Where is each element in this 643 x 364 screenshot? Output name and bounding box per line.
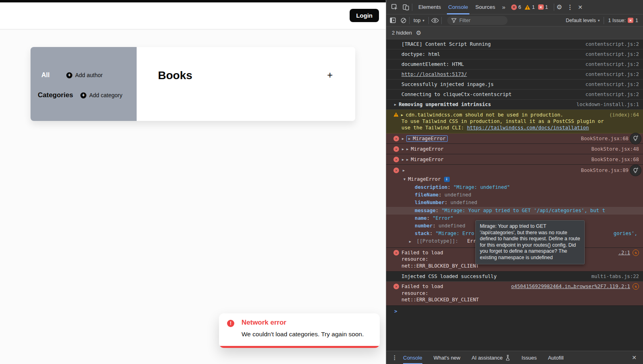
source-link[interactable]: contentscript.js:2 [582,51,639,57]
filter-box[interactable] [447,16,508,25]
source-link[interactable]: lockdown-install.js:1 [573,102,639,107]
console-log-row: ▶ Removing unpermitted intrinsics lockdo… [386,100,643,110]
close-drawer-icon[interactable]: ✕ [632,354,637,361]
network-initiator-icon[interactable]: ⇅ [633,283,639,290]
expand-triangle-icon[interactable]: ▶ [406,147,408,151]
warning-count[interactable]: 1 [532,4,535,10]
separator: : [438,192,444,198]
tab-console[interactable]: Console [444,0,472,14]
error-count[interactable]: 6 [518,4,521,10]
log-text: Injected CSS loaded successfully [401,274,497,279]
request-source-link[interactable]: .2:1 [618,249,630,256]
add-author-label: Add author [75,72,103,78]
source-link[interactable]: (index):64 [606,112,639,118]
tab-elements[interactable]: Elements [415,0,444,14]
bookstore-app: Login All + Add author Categories + Add … [0,0,386,364]
source-link[interactable]: contentscript.js:2 [582,92,639,97]
error-exclamation-icon: ! [227,320,234,327]
tailwind-docs-link[interactable]: https://tailwindcss.com/docs/installatio… [467,125,589,131]
inspect-element-icon[interactable] [391,4,398,11]
error-label: MirageError [411,146,443,152]
log-text: Removing unpermitted intrinsics [399,102,491,107]
more-tabs-icon[interactable]: » [502,4,505,10]
source-link[interactable]: multi-tabs.js:22 [588,274,639,279]
warning-text: To use Tailwind CSS in production, insta… [401,118,639,125]
issue-count[interactable]: 1 [545,4,548,10]
execution-context-selector[interactable]: top ▾ [414,18,424,23]
kebab-menu-icon[interactable]: ⋮ [567,4,573,11]
filter-all-button[interactable]: All [41,72,49,79]
drawer-tab-whats-new[interactable]: What's new [434,351,461,364]
property-value-end: gories', [614,230,643,237]
drawer-tab-console[interactable]: Console [403,351,422,364]
info-badge-icon[interactable]: i [444,177,450,182]
network-initiator-icon[interactable]: ⇅ [633,249,639,256]
login-button[interactable]: Login [350,9,379,22]
expand-triangle-icon[interactable]: ▶ [406,157,408,162]
drawer-tab-issues[interactable]: Issues [522,351,537,364]
expand-triangle-icon[interactable]: ▶ [401,112,403,118]
source-link[interactable]: BookStore.jsx:48 [588,146,639,152]
expand-triangle-icon[interactable]: ▶ [409,239,411,243]
expand-triangle-icon[interactable]: ▶ [402,137,404,141]
clear-console-icon[interactable] [400,17,407,24]
divider [428,17,429,24]
property-key: number [415,223,432,229]
filter-input[interactable] [459,18,500,23]
console-sidebar-icon[interactable] [389,17,396,24]
page-title: Books [158,69,192,82]
close-devtools-icon[interactable]: ✕ [578,4,583,10]
error-label: MirageError [413,136,445,141]
collapse-triangle-icon[interactable]: ▼ [403,175,405,184]
settings-gear-icon[interactable]: ⚙ [416,29,421,37]
divider [554,4,554,11]
issues-counter[interactable]: 1 Issue: ✕ 1 [608,18,638,23]
console-prompt[interactable]: > [386,306,643,317]
ai-explain-lightbulb-icon[interactable] [630,165,641,176]
property-value: "Mirage: Erro [436,231,474,236]
error-object-title: MirageError [408,175,440,184]
object-property-row-selected[interactable]: message: "Mirage: Your app tried to GET … [386,207,643,215]
add-category-button[interactable]: + Add category [80,92,123,98]
expand-triangle-icon[interactable]: ▶ [402,147,404,151]
add-author-button[interactable]: + Add author [66,72,103,78]
prompt-chevron: > [394,309,397,314]
request-source-link[interactable]: o4504156929982464.in…browser%2F7.119.2:1 [511,283,630,290]
tab-sources[interactable]: Sources [472,0,499,14]
source-link[interactable]: contentscript.js:2 [582,41,639,47]
categories-heading: Categories [38,91,73,99]
books-panel: Books + [137,47,355,121]
issue-badge-icon[interactable]: ✕ [538,4,544,10]
localhost-link[interactable]: http://localhost:5173/ [401,72,467,77]
expand-triangle-icon[interactable]: ▶ [402,157,404,162]
expand-triangle-icon[interactable]: ▶ [394,102,396,106]
console-log-row: Successfully injected inpage.js contents… [386,80,643,90]
live-expression-eye-icon[interactable] [431,18,439,23]
divider [412,4,412,11]
source-link[interactable]: BookStore.jsx:68 [588,157,639,162]
drawer-tab-ai-assistance[interactable]: AI assistance [472,351,510,364]
drawer-tab-autofill[interactable]: Autofill [548,351,563,364]
warning-triangle-icon[interactable] [524,4,530,10]
source-link[interactable]: contentscript.js:2 [582,82,639,87]
object-property-row: description: "Mirage: undefined" [386,184,643,191]
ai-explain-lightbulb-icon[interactable] [630,133,641,144]
expand-triangle-icon[interactable]: ▶ [403,168,405,172]
focused-error-expander[interactable]: ▶ MirageError [406,135,448,142]
error-count-icon[interactable]: ✕ [511,4,517,10]
property-value: "Mirage: Your app tried to GET '/api/cat… [442,208,605,213]
error-message-tooltip: Mirage: Your app tried to GET '/api/cate… [475,220,585,264]
source-link[interactable]: BookStore.jsx:68 [577,136,629,141]
device-toolbar-icon[interactable] [402,4,410,11]
divider [441,17,442,24]
settings-gear-icon[interactable]: ⚙ [557,3,562,11]
property-value: "Error" [432,215,453,221]
warning-triangle-icon [393,112,399,117]
source-link[interactable]: contentscript.js:2 [582,61,639,67]
kebab-menu-icon[interactable]: ⋮ [392,354,397,361]
object-property-row: fileName: undefined [386,191,643,199]
log-levels-selector[interactable]: Default levels ▾ [566,18,600,23]
add-book-button[interactable]: + [327,70,333,81]
source-link[interactable]: BookStore.jsx:89 [577,168,629,173]
source-link[interactable]: contentscript.js:2 [582,72,639,77]
